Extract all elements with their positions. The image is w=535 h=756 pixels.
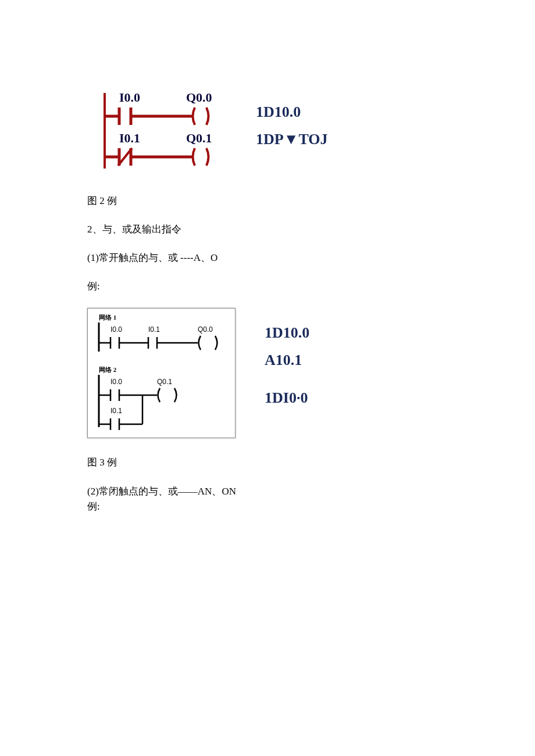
rung2-input-label: I0.1 xyxy=(119,131,140,145)
code2-line3: 1DI0·0 xyxy=(265,385,309,412)
figure-1-row: I0.0 Q0.0 I0.1 Q0.1 1D10.0 1DP▼TOJ xyxy=(87,87,448,177)
rung1-input-label: I0.0 xyxy=(119,90,140,105)
subheading-normally-open: (1)常开触点的与、或 ----A、O xyxy=(87,251,448,264)
net2-in2-label: I0.1 xyxy=(110,407,122,415)
heading-and-or-output: 2、与、或及输出指令 xyxy=(87,223,448,236)
example-label-2: 例: xyxy=(87,499,448,514)
net1-in1-label: I0.0 xyxy=(110,325,122,334)
code1-line2: 1DP▼TOJ xyxy=(256,126,328,153)
net1-out-label: Q0.0 xyxy=(198,325,213,334)
caption-figure-3: 图 3 例 xyxy=(87,456,448,469)
code-block-1: 1D10.0 1DP▼TOJ xyxy=(256,87,328,153)
ladder-diagram-1: I0.0 Q0.0 I0.1 Q0.1 xyxy=(87,87,227,177)
rung1-output-label: Q0.0 xyxy=(186,90,212,105)
subheading-normally-closed: (2)常闭触点的与、或——AN、ON xyxy=(87,484,448,499)
code2-line2: A10.1 xyxy=(265,347,309,374)
code2-line1: 1D10.0 xyxy=(265,320,309,347)
code-block-2: 1D10.0 A10.1 1DI0·0 xyxy=(265,308,309,411)
example-label-1: 例: xyxy=(87,280,448,293)
figure-2-row: 网络 1 I0.0 I0.1 Q0.0 网络 2 I0.0 xyxy=(87,308,448,438)
caption-figure-2: 图 2 例 xyxy=(87,194,448,207)
net1-label: 网络 1 xyxy=(99,314,116,321)
rung2-output-label: Q0.1 xyxy=(186,131,212,145)
ladder-diagram-2: 网络 1 I0.0 I0.1 Q0.0 网络 2 I0.0 xyxy=(87,308,236,438)
net2-out-label: Q0.1 xyxy=(157,378,172,386)
net1-in2-label: I0.1 xyxy=(148,325,160,334)
net2-in1-label: I0.0 xyxy=(110,378,122,386)
code1-line1: 1D10.0 xyxy=(256,99,328,126)
net2-label: 网络 2 xyxy=(99,366,117,373)
